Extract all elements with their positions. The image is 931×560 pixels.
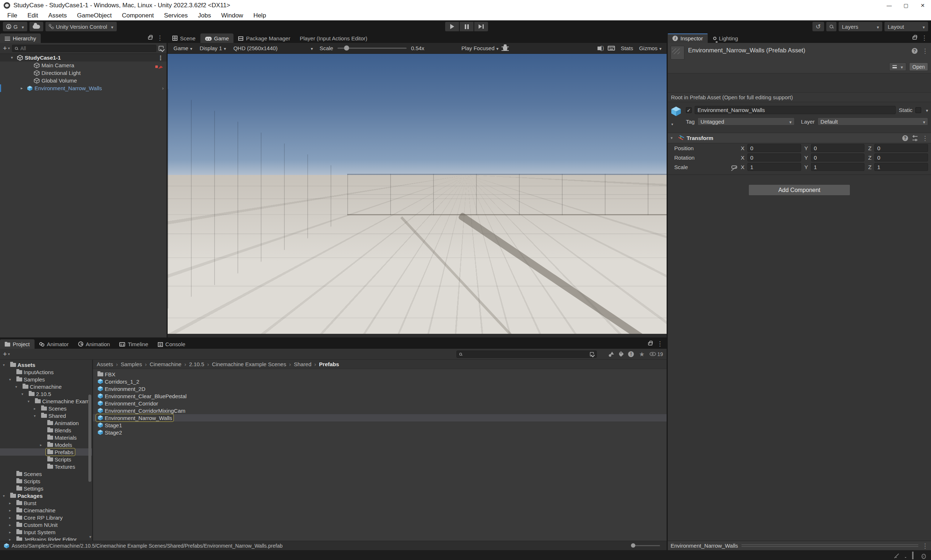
kebab-menu-icon[interactable] [922,542,928,549]
active-checkbox[interactable]: ✓ [686,107,692,113]
static-flags-dropdown-icon[interactable] [924,107,928,113]
folder-tree-item[interactable]: Assets [0,361,92,368]
cloud-button[interactable] [29,22,43,31]
scene-row[interactable]: ▾ StudyCase1-1 [0,54,166,62]
foldout-icon[interactable] [28,399,32,403]
asset-row[interactable]: Stage1 [93,422,666,429]
search-by-label-icon[interactable] [618,351,624,357]
foldout-closed-icon[interactable] [21,86,25,91]
folder-tree-item[interactable]: Cinemachine [0,506,92,514]
menu-edit[interactable]: Edit [22,11,43,20]
tab-hierarchy[interactable]: Hierarchy [0,34,41,43]
search-everywhere-button[interactable] [826,22,836,31]
foldout-icon[interactable] [22,392,26,396]
x-value-field[interactable]: 1 [747,163,801,171]
hierarchy-item[interactable]: Environment_Narrow_Walls › [0,85,166,92]
asset-row[interactable]: Environment_Clear_BluePedestal [93,392,666,400]
maximize-button[interactable]: ▢ [897,0,914,11]
tab-timeline[interactable]: Timeline [115,339,153,349]
project-search[interactable] [456,351,597,358]
resolution-dropdown[interactable]: QHD (2560x1440) [231,43,316,54]
z-value-field[interactable]: 0 [874,144,928,152]
breadcrumb-item[interactable]: Cinemachine › [149,361,189,367]
foldout-open-icon[interactable]: ▾ [11,55,15,60]
create-asset-button[interactable]: + [3,350,10,358]
breadcrumb-item[interactable]: Assets › [97,361,121,367]
add-gameobject-button[interactable]: + [3,45,10,52]
foldout-icon[interactable] [9,515,14,520]
asset-row[interactable]: FBX [93,371,666,378]
folder-tree-item[interactable]: Materials [0,434,92,441]
play-button[interactable] [445,22,459,31]
breadcrumb-item[interactable]: Shared › [294,361,319,367]
menu-jobs[interactable]: Jobs [193,11,216,20]
menu-file[interactable]: File [2,11,22,20]
tab-animation[interactable]: Animation [74,339,115,349]
z-value-field[interactable]: 1 [874,163,928,171]
kebab-menu-icon[interactable] [657,340,663,347]
tree-scrollbar[interactable] [88,395,91,482]
foldout-icon[interactable] [9,377,14,382]
play-focused-dropdown[interactable]: Play Focused [459,43,502,54]
stats-toggle[interactable]: Stats [621,45,633,51]
gizmos-dropdown[interactable]: Gizmos [639,45,662,51]
display-dropdown[interactable]: Display 1 [197,43,229,54]
icon-size-slider[interactable] [631,545,660,546]
lock-icon[interactable] [148,36,152,40]
hierarchy-item[interactable]: Global Volume › [0,77,166,85]
tag-dropdown[interactable]: Untagged [697,117,794,125]
folder-tree-item[interactable]: InputActions [0,368,92,375]
mute-audio-icon[interactable] [597,46,600,50]
folder-tree-item[interactable]: Models [0,441,92,448]
kebab-menu-icon[interactable] [921,34,927,42]
tab-game[interactable]: Game [200,34,234,43]
folder-tree-item[interactable]: Shared [0,412,92,419]
hierarchy-search-input[interactable] [20,45,154,51]
background-tasks-icon[interactable]: ✓ [922,552,927,558]
game-viewport[interactable] [168,54,666,334]
frame-debugger-icon[interactable] [503,45,507,51]
foldout-icon[interactable] [9,523,14,527]
foldout-icon[interactable] [9,501,14,505]
breadcrumb-item[interactable]: Samples › [121,361,149,367]
tab-player-input-actions[interactable]: Player (Input Actions Editor) [295,34,372,43]
undo-history-button[interactable]: ↺ [813,22,824,31]
tab-inspector[interactable]: i Inspector [668,34,708,43]
foldout-icon[interactable] [40,443,45,447]
y-value-field[interactable]: 0 [811,144,865,152]
help-icon[interactable]: ? [912,48,917,54]
help-icon[interactable]: ? [902,135,908,141]
hierarchy-search[interactable] [12,45,156,52]
folder-tree-item[interactable]: Samples [0,375,92,383]
x-value-field[interactable]: 0 [747,154,801,162]
foldout-icon[interactable] [34,414,38,418]
properties-dropdown-button[interactable] [889,63,906,71]
scale-slider-knob[interactable] [344,45,349,51]
folder-tree-item[interactable]: Burst [0,499,92,506]
scale-slider[interactable] [337,48,406,49]
foldout-open-icon[interactable]: ▾ [671,135,675,140]
search-by-type-icon[interactable] [609,352,614,357]
asset-row[interactable]: Corridors_1_2 [93,378,666,385]
foldout-icon[interactable] [34,406,38,411]
folder-tree-item[interactable]: Blends [0,426,92,434]
folder-tree-item[interactable]: Settings [0,485,92,492]
lock-icon[interactable] [913,36,917,40]
folder-tree-item[interactable]: Packages [0,492,92,499]
breadcrumb-item[interactable]: Cinemachine Example Scenes › [212,361,294,367]
folder-tree-item[interactable]: Cinemachine Exam [0,397,92,405]
folder-tree-item[interactable]: Animation [0,419,92,426]
close-button[interactable]: ✕ [914,0,931,11]
folder-tree-item[interactable]: Scripts [0,455,92,463]
minimize-button[interactable]: — [881,0,897,11]
scroll-down-icon[interactable]: ▾ [89,535,91,539]
folder-tree-item[interactable]: 2.10.5 [0,390,92,397]
pick-object-icon[interactable] [159,46,164,51]
z-value-field[interactable]: 0 [874,154,928,162]
menu-window[interactable]: Window [216,11,248,20]
add-component-button[interactable]: Add Component [748,185,850,195]
asset-row[interactable]: Stage2 [93,429,666,436]
kebab-menu-icon[interactable] [922,47,928,55]
folder-tree-item[interactable]: Prefabs [0,448,92,455]
open-prefab-button[interactable]: Open [909,63,928,71]
